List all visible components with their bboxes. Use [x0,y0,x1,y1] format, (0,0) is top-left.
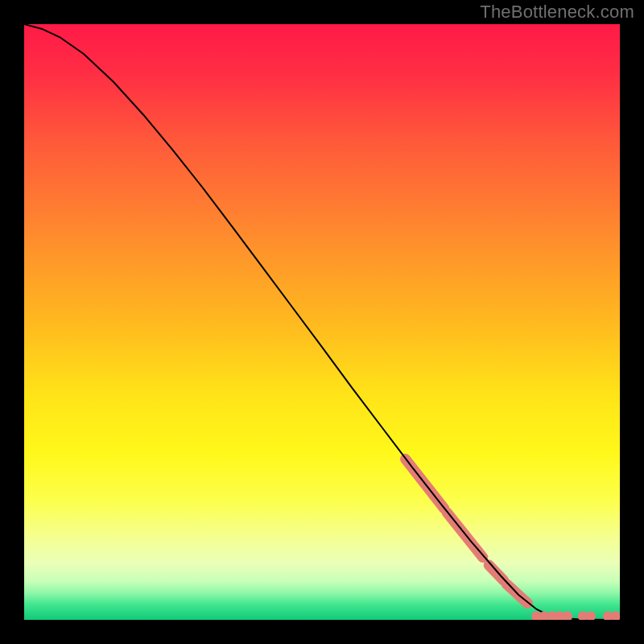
plot-area [24,24,620,620]
chart-frame: TheBottleneck.com [0,0,644,644]
watermark-text: TheBottleneck.com [480,2,634,23]
gradient-background [24,24,620,620]
